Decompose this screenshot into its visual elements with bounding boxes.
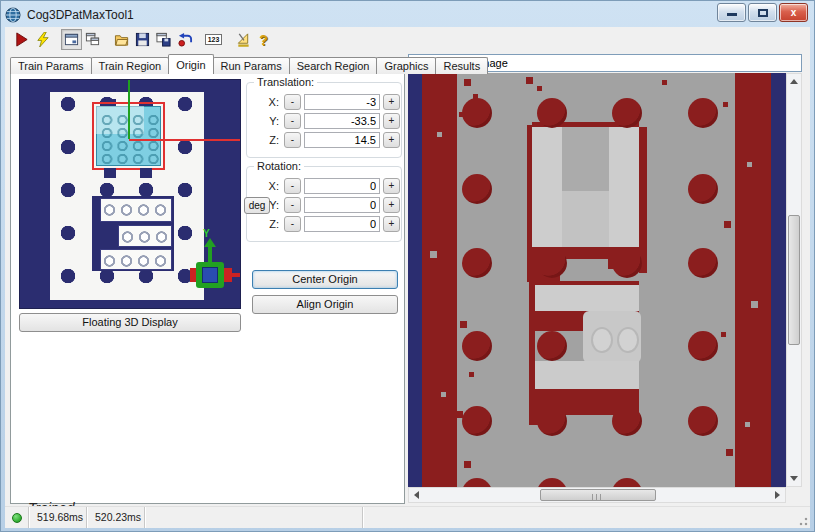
app-globe-icon	[5, 7, 21, 23]
resize-grip[interactable]	[796, 514, 808, 526]
translation-z-decrement-button[interactable]: -	[284, 132, 301, 148]
vertical-scroll-thumb[interactable]	[788, 215, 800, 345]
open-file-icon	[114, 32, 130, 47]
image-hole-circle	[462, 248, 492, 278]
tab-run-params[interactable]: Run Params	[213, 57, 290, 74]
minimize-icon	[727, 13, 737, 16]
translation-x-decrement-button[interactable]: -	[284, 94, 301, 110]
translation-y-label: Y:	[257, 115, 279, 127]
image-hole-circle	[462, 98, 492, 128]
image-brick-face	[609, 127, 639, 247]
tab-train-params[interactable]: Train Params	[10, 57, 92, 74]
help-button[interactable]: ?	[253, 29, 274, 50]
window-titlebar[interactable]: Cog3DPatMaxTool1 x	[5, 3, 810, 26]
tab-origin[interactable]: Origin	[168, 54, 213, 74]
measure-button[interactable]	[232, 29, 253, 50]
center-origin-button[interactable]: Center Origin	[252, 270, 398, 289]
toolbar: 123 ?	[5, 27, 810, 52]
measure-icon	[235, 32, 251, 47]
rotation-y-input[interactable]	[304, 197, 380, 213]
scene-brick	[118, 225, 172, 247]
electric-run-button[interactable]	[32, 29, 53, 50]
image-hole-circle	[688, 98, 718, 128]
rotation-y-decrement-button[interactable]: -	[284, 197, 301, 213]
close-button[interactable]: x	[779, 3, 808, 22]
rotation-z-increment-button[interactable]: +	[383, 216, 400, 232]
scene-brick	[100, 198, 172, 222]
scroll-left-button[interactable]	[409, 488, 424, 502]
arrow-up-icon	[790, 79, 798, 84]
rotation-x-label: X:	[257, 180, 279, 192]
translation-x-input[interactable]	[304, 94, 380, 110]
tab-results[interactable]: Results	[435, 57, 488, 74]
run-button[interactable]	[11, 29, 32, 50]
image-border-band	[771, 73, 786, 487]
axis-x-shaft	[232, 273, 241, 277]
scrollbar-corner	[786, 487, 802, 503]
image-hole-circle	[537, 406, 567, 436]
rotation-z-label: Z:	[257, 218, 279, 230]
image-hole-circle	[612, 248, 642, 278]
image-brick-face	[560, 259, 608, 269]
scroll-up-button[interactable]	[787, 74, 801, 89]
floating-window-icon	[64, 32, 79, 47]
numeric-results-button[interactable]: 123	[203, 29, 224, 50]
floating-window-button[interactable]	[61, 29, 82, 50]
help-icon: ?	[259, 32, 268, 48]
status-time-cell: 519.68ms	[29, 507, 87, 528]
save-window-icon	[156, 32, 171, 47]
save-window-button[interactable]	[153, 29, 174, 50]
origin-tab-page: Y X Floating 3D Display Translation: X: …	[10, 73, 405, 504]
image-hole-circle	[537, 478, 567, 487]
translation-z-increment-button[interactable]: +	[383, 132, 400, 148]
rotation-y-increment-button[interactable]: +	[383, 197, 400, 213]
scroll-down-button[interactable]	[787, 471, 801, 486]
window-title: Cog3DPatMaxTool1	[27, 8, 134, 22]
translation-y-input[interactable]	[304, 113, 380, 129]
minimize-button[interactable]	[717, 3, 746, 22]
open-file-button[interactable]	[111, 29, 132, 50]
tab-search-region[interactable]: Search Region	[289, 57, 378, 74]
rotation-z-decrement-button[interactable]: -	[284, 216, 301, 232]
image-brick-detail	[591, 327, 613, 353]
electric-run-icon	[35, 32, 50, 47]
image-hole-circle	[537, 248, 567, 278]
image-hole-circle	[537, 331, 567, 361]
rotation-x-input[interactable]	[304, 178, 380, 194]
reset-button[interactable]	[174, 29, 195, 50]
floating-3d-display-button[interactable]: Floating 3D Display	[19, 313, 241, 332]
image-brick-face	[532, 127, 562, 247]
rotation-x-increment-button[interactable]: +	[383, 178, 400, 194]
rotation-label: Rotation:	[254, 160, 304, 172]
scene-brick	[100, 249, 172, 270]
3d-display[interactable]: Y X	[19, 79, 241, 309]
image-red-band	[735, 73, 771, 487]
vertical-scrollbar[interactable]	[786, 73, 802, 487]
image-brick-detail	[617, 327, 639, 353]
align-origin-button[interactable]: Align Origin	[252, 295, 398, 314]
translation-y-decrement-button[interactable]: -	[284, 113, 301, 129]
copy-window-button[interactable]	[82, 29, 103, 50]
translation-z-input[interactable]	[304, 132, 380, 148]
arrow-down-icon	[790, 476, 798, 481]
horizontal-scrollbar[interactable]	[408, 487, 786, 503]
scroll-right-button[interactable]	[770, 488, 785, 502]
rotation-x-decrement-button[interactable]: -	[284, 178, 301, 194]
image-hole-circle	[612, 406, 642, 436]
image-hole-circle	[688, 406, 718, 436]
image-hole-circle	[462, 331, 492, 361]
numeric-results-icon: 123	[205, 34, 223, 45]
input-image-display[interactable]	[408, 73, 786, 487]
horizontal-scroll-thumb[interactable]	[540, 489, 656, 501]
translation-x-increment-button[interactable]: +	[383, 94, 400, 110]
tab-train-region[interactable]: Train Region	[91, 57, 170, 74]
save-button[interactable]	[132, 29, 153, 50]
maximize-icon	[758, 9, 768, 17]
maximize-button[interactable]	[748, 3, 777, 22]
translation-y-increment-button[interactable]: +	[383, 113, 400, 129]
tab-graphics[interactable]: Graphics	[376, 57, 436, 74]
translation-label: Translation:	[254, 76, 317, 88]
status-time-cell: 520.23ms	[87, 507, 145, 528]
rotation-z-input[interactable]	[304, 216, 380, 232]
reset-icon	[177, 32, 193, 47]
